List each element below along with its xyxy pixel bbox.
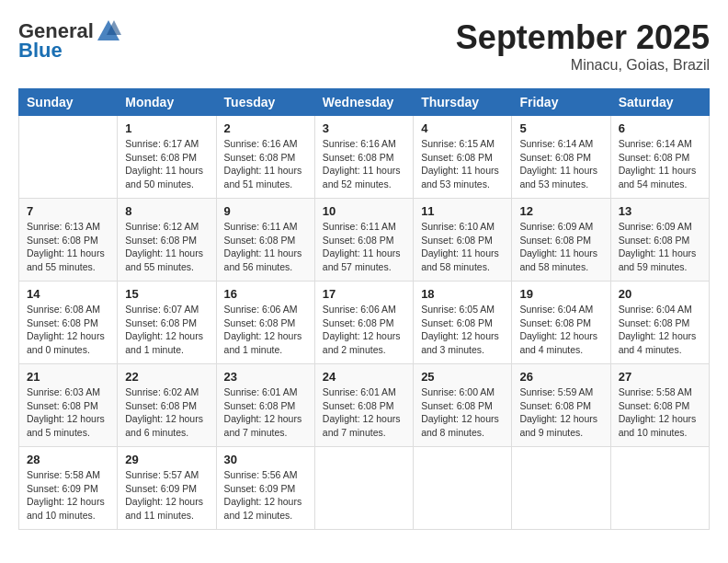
calendar-week-row: 28Sunrise: 5:58 AM Sunset: 6:09 PM Dayli… <box>19 447 710 530</box>
calendar-week-row: 21Sunrise: 6:03 AM Sunset: 6:08 PM Dayli… <box>19 364 710 447</box>
day-info: Sunrise: 5:58 AM Sunset: 6:08 PM Dayligh… <box>619 385 701 440</box>
day-info: Sunrise: 6:04 AM Sunset: 6:08 PM Dayligh… <box>519 303 602 357</box>
calendar-day-2: 2Sunrise: 6:16 AM Sunset: 6:08 PM Daylig… <box>216 116 314 199</box>
day-info: Sunrise: 6:08 AM Sunset: 6:08 PM Dayligh… <box>27 303 109 357</box>
weekday-header-sunday: Sunday <box>19 89 118 116</box>
day-info: Sunrise: 6:10 AM Sunset: 6:08 PM Dayligh… <box>421 220 504 274</box>
day-info: Sunrise: 6:16 AM Sunset: 6:08 PM Dayligh… <box>224 137 307 191</box>
calendar-day-11: 11Sunrise: 6:10 AM Sunset: 6:08 PM Dayli… <box>414 199 512 282</box>
day-number: 5 <box>519 121 602 135</box>
day-number: 30 <box>224 453 307 466</box>
location-title: Minacu, Goias, Brazil <box>456 57 710 74</box>
calendar-day-5: 5Sunrise: 6:14 AM Sunset: 6:08 PM Daylig… <box>512 116 610 199</box>
day-info: Sunrise: 6:06 AM Sunset: 6:08 PM Dayligh… <box>323 303 405 357</box>
day-info: Sunrise: 6:13 AM Sunset: 6:08 PM Dayligh… <box>27 220 109 274</box>
calendar-day-9: 9Sunrise: 6:11 AM Sunset: 6:08 PM Daylig… <box>216 199 314 282</box>
day-number: 15 <box>125 287 208 301</box>
calendar-empty-cell <box>314 447 413 530</box>
calendar-day-10: 10Sunrise: 6:11 AM Sunset: 6:08 PM Dayli… <box>314 199 413 282</box>
logo: General Blue <box>18 18 121 63</box>
calendar-day-17: 17Sunrise: 6:06 AM Sunset: 6:08 PM Dayli… <box>314 282 413 364</box>
day-number: 14 <box>27 287 109 301</box>
day-number: 27 <box>619 370 701 384</box>
calendar-day-28: 28Sunrise: 5:58 AM Sunset: 6:09 PM Dayli… <box>19 447 118 530</box>
calendar-table: SundayMondayTuesdayWednesdayThursdayFrid… <box>18 88 710 530</box>
calendar-empty-cell <box>512 447 610 530</box>
calendar-day-24: 24Sunrise: 6:01 AM Sunset: 6:08 PM Dayli… <box>314 364 413 447</box>
day-info: Sunrise: 6:16 AM Sunset: 6:08 PM Dayligh… <box>323 137 405 191</box>
logo-icon <box>96 18 121 44</box>
weekday-header-friday: Friday <box>512 89 610 116</box>
day-number: 13 <box>619 204 701 218</box>
calendar-empty-cell <box>414 447 512 530</box>
day-number: 16 <box>224 287 307 301</box>
day-info: Sunrise: 5:58 AM Sunset: 6:09 PM Dayligh… <box>27 468 109 523</box>
title-area: September 2025 Minacu, Goias, Brazil <box>456 18 710 74</box>
logo-blue: Blue <box>18 39 63 63</box>
calendar-day-3: 3Sunrise: 6:16 AM Sunset: 6:08 PM Daylig… <box>314 116 413 199</box>
calendar-day-12: 12Sunrise: 6:09 AM Sunset: 6:08 PM Dayli… <box>512 199 610 282</box>
calendar-day-18: 18Sunrise: 6:05 AM Sunset: 6:08 PM Dayli… <box>414 282 512 364</box>
calendar-day-26: 26Sunrise: 5:59 AM Sunset: 6:08 PM Dayli… <box>512 364 610 447</box>
calendar-day-20: 20Sunrise: 6:04 AM Sunset: 6:08 PM Dayli… <box>610 282 709 364</box>
calendar-week-row: 1Sunrise: 6:17 AM Sunset: 6:08 PM Daylig… <box>19 116 710 199</box>
day-number: 2 <box>224 121 307 135</box>
calendar-day-21: 21Sunrise: 6:03 AM Sunset: 6:08 PM Dayli… <box>19 364 118 447</box>
day-info: Sunrise: 6:01 AM Sunset: 6:08 PM Dayligh… <box>224 385 307 440</box>
day-number: 19 <box>519 287 602 301</box>
day-number: 1 <box>125 121 208 135</box>
day-info: Sunrise: 6:01 AM Sunset: 6:08 PM Dayligh… <box>323 385 405 440</box>
calendar-week-row: 14Sunrise: 6:08 AM Sunset: 6:08 PM Dayli… <box>19 282 710 364</box>
day-number: 6 <box>619 121 701 135</box>
calendar-day-16: 16Sunrise: 6:06 AM Sunset: 6:08 PM Dayli… <box>216 282 314 364</box>
day-info: Sunrise: 6:06 AM Sunset: 6:08 PM Dayligh… <box>224 303 307 357</box>
page-header: General Blue September 2025 Minacu, Goia… <box>18 18 710 74</box>
day-number: 28 <box>27 453 109 466</box>
weekday-header-wednesday: Wednesday <box>314 89 413 116</box>
calendar-day-13: 13Sunrise: 6:09 AM Sunset: 6:08 PM Dayli… <box>610 199 709 282</box>
day-number: 4 <box>421 121 504 135</box>
day-number: 3 <box>323 121 405 135</box>
day-number: 20 <box>619 287 701 301</box>
day-info: Sunrise: 6:11 AM Sunset: 6:08 PM Dayligh… <box>224 220 307 274</box>
day-number: 26 <box>519 370 602 384</box>
calendar-day-4: 4Sunrise: 6:15 AM Sunset: 6:08 PM Daylig… <box>414 116 512 199</box>
weekday-header-thursday: Thursday <box>414 89 512 116</box>
day-info: Sunrise: 6:15 AM Sunset: 6:08 PM Dayligh… <box>421 137 504 191</box>
calendar-empty-cell <box>610 447 709 530</box>
day-info: Sunrise: 5:56 AM Sunset: 6:09 PM Dayligh… <box>224 468 307 523</box>
day-info: Sunrise: 6:05 AM Sunset: 6:08 PM Dayligh… <box>421 303 504 357</box>
calendar-day-29: 29Sunrise: 5:57 AM Sunset: 6:09 PM Dayli… <box>118 447 216 530</box>
weekday-header-tuesday: Tuesday <box>216 89 314 116</box>
day-number: 9 <box>224 204 307 218</box>
weekday-header-row: SundayMondayTuesdayWednesdayThursdayFrid… <box>19 89 710 116</box>
calendar-empty-cell <box>19 116 118 199</box>
day-info: Sunrise: 6:04 AM Sunset: 6:08 PM Dayligh… <box>619 303 701 357</box>
day-number: 25 <box>421 370 504 384</box>
weekday-header-saturday: Saturday <box>610 89 709 116</box>
calendar-day-15: 15Sunrise: 6:07 AM Sunset: 6:08 PM Dayli… <box>118 282 216 364</box>
day-info: Sunrise: 6:11 AM Sunset: 6:08 PM Dayligh… <box>323 220 405 274</box>
weekday-header-monday: Monday <box>118 89 216 116</box>
month-title: September 2025 <box>456 18 710 57</box>
day-info: Sunrise: 6:12 AM Sunset: 6:08 PM Dayligh… <box>125 220 208 274</box>
day-info: Sunrise: 6:14 AM Sunset: 6:08 PM Dayligh… <box>619 137 701 191</box>
day-number: 17 <box>323 287 405 301</box>
calendar-day-25: 25Sunrise: 6:00 AM Sunset: 6:08 PM Dayli… <box>414 364 512 447</box>
day-info: Sunrise: 6:02 AM Sunset: 6:08 PM Dayligh… <box>125 385 208 440</box>
calendar-day-14: 14Sunrise: 6:08 AM Sunset: 6:08 PM Dayli… <box>19 282 118 364</box>
day-number: 11 <box>421 204 504 218</box>
day-info: Sunrise: 6:09 AM Sunset: 6:08 PM Dayligh… <box>519 220 602 274</box>
day-number: 22 <box>125 370 208 384</box>
calendar-day-22: 22Sunrise: 6:02 AM Sunset: 6:08 PM Dayli… <box>118 364 216 447</box>
calendar-day-23: 23Sunrise: 6:01 AM Sunset: 6:08 PM Dayli… <box>216 364 314 447</box>
calendar-day-30: 30Sunrise: 5:56 AM Sunset: 6:09 PM Dayli… <box>216 447 314 530</box>
day-number: 24 <box>323 370 405 384</box>
day-info: Sunrise: 6:17 AM Sunset: 6:08 PM Dayligh… <box>125 137 208 191</box>
calendar-week-row: 7Sunrise: 6:13 AM Sunset: 6:08 PM Daylig… <box>19 199 710 282</box>
day-number: 23 <box>224 370 307 384</box>
calendar-day-7: 7Sunrise: 6:13 AM Sunset: 6:08 PM Daylig… <box>19 199 118 282</box>
calendar-day-8: 8Sunrise: 6:12 AM Sunset: 6:08 PM Daylig… <box>118 199 216 282</box>
day-number: 18 <box>421 287 504 301</box>
day-number: 21 <box>27 370 109 384</box>
